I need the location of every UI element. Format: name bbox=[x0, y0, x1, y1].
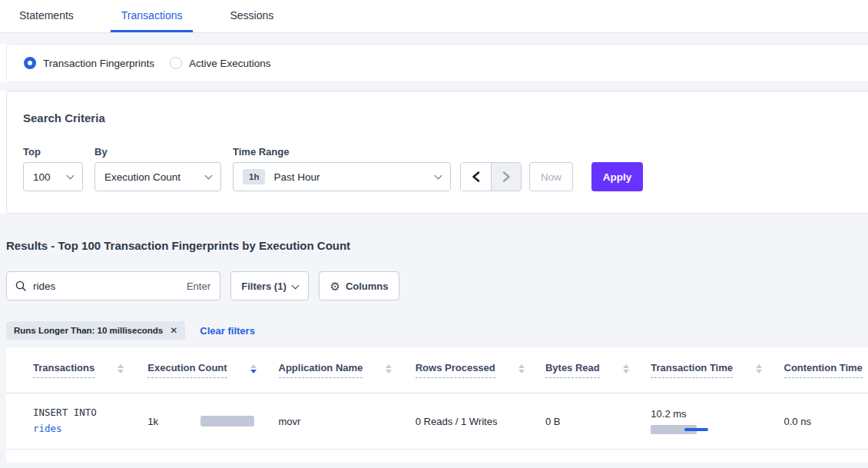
rows-processed-cell: 0 Reads / 1 Writes bbox=[416, 416, 545, 427]
time-range-stepper bbox=[460, 162, 522, 191]
results-title: Results - Top 100 Transaction Fingerprin… bbox=[0, 214, 868, 252]
filters-button[interactable]: Filters (1) bbox=[230, 271, 309, 300]
results-section: Results - Top 100 Transaction Fingerprin… bbox=[0, 214, 868, 468]
transaction-fingerprint-cell: INSERT INTO rides bbox=[33, 405, 147, 436]
execution-count-cell: 1k bbox=[147, 416, 278, 427]
column-header-rows-processed: Rows Processed bbox=[416, 362, 545, 378]
search-box: Enter bbox=[6, 271, 220, 300]
column-header-transaction-time: Transaction Time bbox=[651, 362, 784, 378]
tab-statements[interactable]: Statements bbox=[8, 0, 84, 32]
tab-transactions[interactable]: Transactions bbox=[111, 0, 194, 32]
table-header-row: Transactions Execution Count Application… bbox=[6, 347, 868, 393]
by-select-value: Execution Count bbox=[104, 171, 181, 183]
search-icon bbox=[15, 280, 26, 291]
bytes-read-cell: 0 B bbox=[545, 416, 651, 427]
radio-label: Active Executions bbox=[189, 58, 271, 69]
column-header-execution-count: Execution Count bbox=[147, 362, 278, 378]
sort-icon[interactable] bbox=[623, 364, 629, 373]
close-icon[interactable]: ✕ bbox=[170, 325, 177, 336]
radio-active-executions[interactable]: Active Executions bbox=[170, 57, 271, 69]
search-criteria-title: Search Criteria bbox=[23, 111, 868, 124]
contention-time-cell: 0.0 ns bbox=[784, 416, 868, 427]
sort-icon[interactable] bbox=[118, 364, 124, 373]
spacer-band bbox=[0, 82, 868, 91]
sort-icon[interactable] bbox=[756, 364, 762, 373]
apply-button[interactable]: Apply bbox=[591, 162, 643, 191]
sort-icon[interactable] bbox=[386, 364, 392, 373]
chevron-down-icon bbox=[67, 171, 75, 179]
radio-selected-icon[interactable] bbox=[24, 57, 36, 69]
column-header-bytes-read: Bytes Read bbox=[545, 362, 651, 378]
time-range-badge: 1h bbox=[243, 169, 265, 184]
time-range-value: Past Hour bbox=[273, 171, 320, 183]
radio-unselected-icon[interactable] bbox=[170, 57, 182, 69]
gear-icon: ⚙ bbox=[330, 280, 340, 292]
execution-count-value: 1k bbox=[147, 416, 158, 427]
top-select[interactable]: 100 bbox=[23, 162, 83, 191]
spacer-band bbox=[0, 33, 868, 44]
columns-button[interactable]: ⚙ Columns bbox=[319, 271, 399, 300]
now-button[interactable]: Now bbox=[529, 162, 573, 191]
column-header-contention-time: Contention Time bbox=[784, 362, 868, 378]
columns-button-label: Columns bbox=[346, 280, 389, 292]
radio-transaction-fingerprints[interactable]: Transaction Fingerprints bbox=[24, 57, 154, 69]
chevron-down-icon bbox=[435, 171, 442, 179]
statement-link[interactable]: rides bbox=[33, 421, 147, 437]
column-header-transactions: Transactions bbox=[33, 362, 147, 378]
previous-time-range-button[interactable] bbox=[461, 163, 491, 191]
transaction-time-value: 10.2 ms bbox=[651, 408, 784, 420]
filters-button-label: Filters (1) bbox=[241, 280, 287, 292]
by-label: By bbox=[94, 146, 221, 158]
transaction-time-cell: 10.2 ms bbox=[651, 408, 784, 434]
radio-label: Transaction Fingerprints bbox=[43, 58, 154, 69]
filter-chip-label: Runs Longer Than: 10 milliseconds bbox=[14, 326, 163, 335]
top-select-value: 100 bbox=[33, 171, 51, 183]
enter-hint: Enter bbox=[187, 280, 210, 292]
search-input[interactable] bbox=[33, 280, 187, 292]
top-label: Top bbox=[23, 146, 83, 158]
time-range-select[interactable]: 1h Past Hour bbox=[233, 162, 451, 191]
clear-filters-link[interactable]: Clear filters bbox=[200, 325, 255, 337]
execution-count-bar bbox=[200, 416, 254, 427]
page-tabs: Statements Transactions Sessions bbox=[0, 0, 868, 33]
next-time-range-button[interactable] bbox=[491, 163, 521, 191]
tab-sessions[interactable]: Sessions bbox=[219, 0, 284, 32]
by-select[interactable]: Execution Count bbox=[94, 162, 221, 191]
search-criteria-card: Search Criteria Top 100 By Execution Cou… bbox=[6, 91, 868, 214]
transactions-table: Transactions Execution Count Application… bbox=[6, 347, 868, 463]
chevron-down-icon bbox=[205, 171, 213, 179]
column-header-application-name: Application Name bbox=[279, 362, 416, 378]
statement-text: INSERT INTO bbox=[33, 405, 147, 421]
chevron-left-icon bbox=[472, 171, 480, 182]
transaction-time-bar bbox=[651, 425, 712, 434]
table-row[interactable]: INSERT INTO rides 1k movr 0 Reads / 1 Wr… bbox=[6, 393, 868, 450]
view-mode-panel: Transaction Fingerprints Active Executio… bbox=[6, 44, 868, 82]
chevron-down-icon bbox=[291, 281, 299, 289]
application-name-cell: movr bbox=[279, 416, 416, 427]
chevron-right-icon bbox=[502, 171, 511, 182]
sort-icon[interactable] bbox=[518, 364, 525, 373]
time-range-label: Time Range bbox=[233, 146, 451, 158]
sort-desc-icon[interactable] bbox=[250, 364, 257, 373]
active-filter-chip: Runs Longer Than: 10 milliseconds ✕ bbox=[6, 321, 185, 340]
